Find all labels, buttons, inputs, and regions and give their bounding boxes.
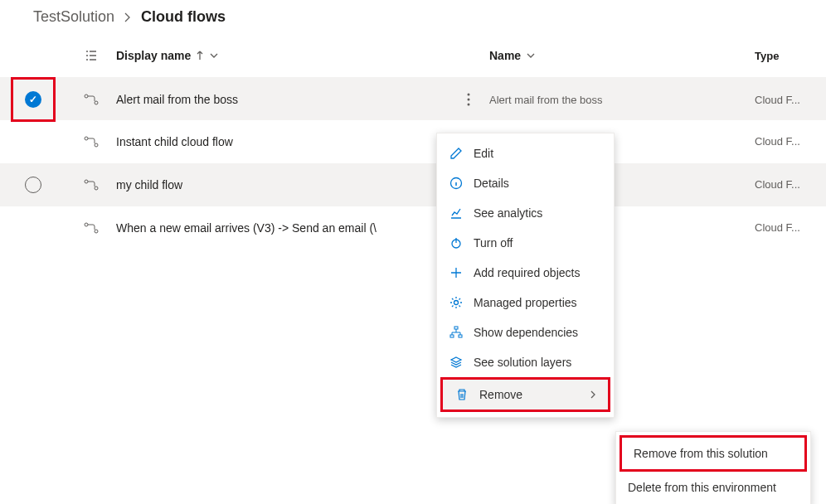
row-display-name: my child flow <box>116 178 448 191</box>
svg-point-13 <box>454 301 459 305</box>
column-header-display-label: Display name <box>116 49 191 62</box>
menu-label: Show dependencies <box>474 326 578 339</box>
selection-highlight <box>11 77 56 122</box>
menu-details[interactable]: Details <box>437 168 614 198</box>
svg-point-4 <box>468 104 470 106</box>
svg-point-3 <box>468 99 470 101</box>
menu-solution-layers[interactable]: See solution layers <box>437 347 614 377</box>
row-display-name: When a new email arrives (V3) -> Send an… <box>116 221 448 235</box>
svg-rect-14 <box>454 327 458 329</box>
svg-point-2 <box>468 94 470 96</box>
menu-remove-from-solution[interactable]: Remove from this solution <box>622 438 804 469</box>
trash-icon <box>454 388 469 401</box>
sort-asc-icon <box>196 51 204 61</box>
breadcrumb-solution[interactable]: TestSolution <box>33 8 114 26</box>
menu-label: Edit <box>474 147 493 160</box>
chevron-right-icon <box>590 390 596 400</box>
row-type: Cloud F... <box>755 221 826 234</box>
chevron-right-icon <box>123 12 133 22</box>
edit-icon <box>449 147 464 160</box>
row-checkbox[interactable] <box>25 91 41 108</box>
svg-point-9 <box>85 223 88 226</box>
table-row[interactable]: my child flow Cloud F... <box>0 163 826 206</box>
table-header: Display name Name Type <box>0 34 826 77</box>
chevron-down-icon <box>526 52 536 59</box>
chevron-down-icon <box>209 52 219 59</box>
menu-remove[interactable]: Remove <box>443 380 608 410</box>
menu-analytics[interactable]: See analytics <box>437 198 614 228</box>
menu-label: Turn off <box>474 236 513 250</box>
flow-icon <box>66 222 116 234</box>
svg-rect-16 <box>459 335 462 337</box>
flow-table: Display name Name Type Al <box>0 34 826 250</box>
table-row[interactable]: Instant child cloud flow Cloud F... <box>0 120 826 163</box>
menu-label: See analytics <box>474 206 542 220</box>
gear-icon <box>449 296 464 309</box>
analytics-icon <box>449 206 464 220</box>
column-header-display[interactable]: Display name <box>116 49 448 62</box>
remove-highlight: Remove <box>440 377 610 412</box>
menu-edit[interactable]: Edit <box>437 138 614 168</box>
svg-point-5 <box>85 137 88 140</box>
info-icon <box>449 177 464 190</box>
svg-point-6 <box>95 143 98 147</box>
menu-managed-properties[interactable]: Managed properties <box>437 288 614 317</box>
menu-add-required[interactable]: Add required objects <box>437 258 614 288</box>
menu-label: Add required objects <box>474 266 580 279</box>
plus-icon <box>449 266 464 279</box>
menu-delete-from-environment[interactable]: Delete from this environment <box>616 472 810 503</box>
table-row[interactable]: When a new email arrives (V3) -> Send an… <box>0 206 826 250</box>
flow-icon <box>66 179 116 191</box>
svg-point-1 <box>95 101 98 104</box>
submenu-highlight: Remove from this solution <box>620 435 807 472</box>
table-row[interactable]: Alert mail from the boss Alert mail from… <box>0 77 826 120</box>
column-header-name[interactable]: Name <box>489 49 755 62</box>
menu-label: Remove from this solution <box>634 447 768 460</box>
column-header-type-label: Type <box>755 50 779 62</box>
row-type: Cloud F... <box>755 94 826 106</box>
dependencies-icon <box>449 326 464 339</box>
column-header-type[interactable]: Type <box>755 50 826 62</box>
breadcrumb-current: Cloud flows <box>141 8 226 26</box>
list-settings-icon[interactable] <box>66 49 116 62</box>
power-icon <box>449 236 464 250</box>
svg-point-8 <box>95 187 98 190</box>
submenu: Remove from this solution Delete from th… <box>615 431 811 504</box>
svg-point-10 <box>95 230 98 233</box>
menu-label: Details <box>474 177 509 190</box>
flow-icon <box>66 94 116 105</box>
menu-label: Remove <box>479 388 522 401</box>
row-display-name: Instant child cloud flow <box>116 135 448 148</box>
breadcrumb: TestSolution Cloud flows <box>0 0 826 34</box>
svg-rect-15 <box>450 335 454 337</box>
row-display-name: Alert mail from the boss <box>116 93 448 106</box>
row-type: Cloud F... <box>755 178 826 191</box>
row-checkbox[interactable] <box>25 177 41 193</box>
row-name: Alert mail from the boss <box>489 94 755 106</box>
menu-label: Managed properties <box>474 296 577 309</box>
column-header-name-label: Name <box>489 49 521 62</box>
menu-label: Delete from this environment <box>628 481 776 494</box>
svg-point-7 <box>85 180 88 183</box>
row-type: Cloud F... <box>755 135 826 148</box>
menu-label: See solution layers <box>474 356 571 369</box>
layers-icon <box>449 356 464 369</box>
more-actions-button[interactable] <box>448 93 489 106</box>
menu-dependencies[interactable]: Show dependencies <box>437 317 614 347</box>
context-menu: Edit Details See analytics Turn off Add … <box>436 133 615 418</box>
flow-icon <box>66 136 116 148</box>
svg-point-0 <box>85 94 88 98</box>
menu-turnoff[interactable]: Turn off <box>437 228 614 258</box>
